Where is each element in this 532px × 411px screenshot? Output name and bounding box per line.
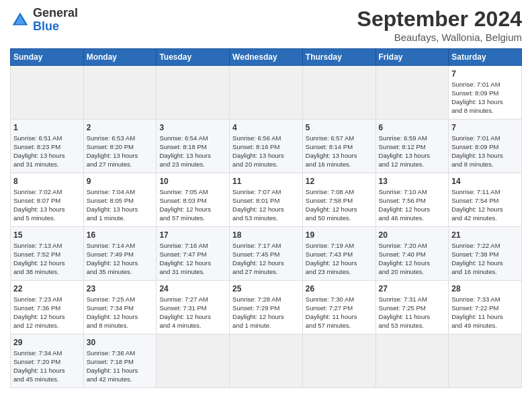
sunset: Sunset: 7:22 PM xyxy=(451,304,498,312)
location-subtitle: Beaufays, Wallonia, Belgium xyxy=(357,32,522,43)
cell-content: 6Sunrise: 6:59 AMSunset: 8:12 PMDaylight… xyxy=(379,122,446,169)
calendar-cell: 19Sunrise: 7:19 AMSunset: 7:43 PMDayligh… xyxy=(302,227,375,281)
header-day-friday: Friday xyxy=(375,49,449,66)
sunset: Sunset: 8:18 PM xyxy=(159,143,206,150)
day-number: 9 xyxy=(87,176,154,187)
calendar-week-row: 8Sunrise: 7:02 AMSunset: 8:07 PMDaylight… xyxy=(11,173,522,227)
sunrise: Sunrise: 6:57 AM xyxy=(306,134,354,142)
day-number: 21 xyxy=(451,230,519,240)
cell-content: 7Sunrise: 7:01 AMSunset: 8:09 PMDaylight… xyxy=(451,68,519,115)
sunrise: Sunrise: 7:10 AM xyxy=(379,188,427,195)
sunrise: Sunrise: 7:11 AM xyxy=(451,188,500,195)
calendar-cell: 10Sunrise: 7:05 AMSunset: 8:03 PMDayligh… xyxy=(157,173,230,227)
daylight: Daylight: 11 hoursand 57 minutes. xyxy=(306,313,357,329)
header-day-saturday: Saturday xyxy=(449,49,522,66)
calendar-cell: 1Sunrise: 6:51 AMSunset: 8:23 PMDaylight… xyxy=(11,120,84,173)
day-number: 26 xyxy=(306,283,373,294)
calendar-cell: 4Sunrise: 6:56 AMSunset: 8:16 PMDaylight… xyxy=(230,120,303,173)
calendar-cell: 15Sunrise: 7:13 AMSunset: 7:52 PMDayligh… xyxy=(11,227,84,281)
sunrise: Sunrise: 7:34 AM xyxy=(13,349,62,357)
calendar-week-row: 7Sunrise: 7:01 AMSunset: 8:09 PMDaylight… xyxy=(11,66,522,120)
daylight: Daylight: 13 hoursand 5 minutes. xyxy=(13,205,65,222)
cell-content: 18Sunrise: 7:17 AMSunset: 7:45 PMDayligh… xyxy=(232,230,300,276)
logo: General Blue xyxy=(10,7,78,34)
day-number: 10 xyxy=(159,176,226,187)
cell-content: 3Sunrise: 6:54 AMSunset: 8:18 PMDaylight… xyxy=(159,122,226,169)
day-number: 8 xyxy=(13,176,81,187)
cell-content: 9Sunrise: 7:04 AMSunset: 8:05 PMDaylight… xyxy=(87,176,154,222)
sunrise: Sunrise: 7:05 AM xyxy=(159,188,208,195)
sunset: Sunset: 7:45 PM xyxy=(232,250,279,258)
calendar-cell: 6Sunrise: 6:59 AMSunset: 8:12 PMDaylight… xyxy=(375,120,449,173)
sunrise: Sunrise: 7:08 AM xyxy=(306,188,354,195)
calendar-week-row: 22Sunrise: 7:23 AMSunset: 7:36 PMDayligh… xyxy=(11,281,522,334)
logo-icon xyxy=(10,10,30,30)
sunrise: Sunrise: 7:02 AM xyxy=(13,188,62,195)
sunset: Sunset: 8:14 PM xyxy=(306,143,353,150)
daylight: Daylight: 13 hoursand 12 minutes. xyxy=(379,152,431,168)
day-number: 1 xyxy=(13,122,81,133)
sunrise: Sunrise: 7:17 AM xyxy=(232,242,281,249)
calendar-week-row: 15Sunrise: 7:13 AMSunset: 7:52 PMDayligh… xyxy=(11,227,522,281)
sunrise: Sunrise: 7:33 AM xyxy=(451,295,500,303)
day-number: 3 xyxy=(159,122,226,133)
daylight: Daylight: 12 hoursand 53 minutes. xyxy=(232,205,284,222)
sunset: Sunset: 7:40 PM xyxy=(379,250,426,258)
sunrise: Sunrise: 7:27 AM xyxy=(159,295,208,303)
calendar-cell: 13Sunrise: 7:10 AMSunset: 7:56 PMDayligh… xyxy=(375,173,449,227)
cell-content: 5Sunrise: 6:57 AMSunset: 8:14 PMDaylight… xyxy=(306,122,373,169)
main-container: General Blue September 2024 Beaufays, Wa… xyxy=(0,0,532,395)
calendar-cell: 17Sunrise: 7:16 AMSunset: 7:47 PMDayligh… xyxy=(157,227,230,281)
sunset: Sunset: 8:23 PM xyxy=(13,143,60,150)
header-day-thursday: Thursday xyxy=(302,49,375,66)
sunrise: Sunrise: 7:31 AM xyxy=(379,295,427,303)
daylight: Daylight: 13 hoursand 1 minute. xyxy=(87,205,138,222)
sunset: Sunset: 7:52 PM xyxy=(13,250,60,258)
sunset: Sunset: 7:27 PM xyxy=(306,304,353,312)
cell-content: 26Sunrise: 7:30 AMSunset: 7:27 PMDayligh… xyxy=(306,283,373,330)
sunrise: Sunrise: 6:59 AM xyxy=(379,134,427,142)
calendar-cell: 25Sunrise: 7:28 AMSunset: 7:29 PMDayligh… xyxy=(230,281,303,334)
sunset: Sunset: 8:01 PM xyxy=(232,197,279,204)
cell-content: 14Sunrise: 7:11 AMSunset: 7:54 PMDayligh… xyxy=(451,176,519,222)
cell-content: 17Sunrise: 7:16 AMSunset: 7:47 PMDayligh… xyxy=(159,230,226,276)
sunset: Sunset: 7:20 PM xyxy=(13,358,60,365)
logo-blue: Blue xyxy=(33,19,59,33)
daylight: Daylight: 12 hoursand 38 minutes. xyxy=(13,259,65,275)
calendar-cell: 2Sunrise: 6:53 AMSunset: 8:20 PMDaylight… xyxy=(83,120,157,173)
cell-content: 27Sunrise: 7:31 AMSunset: 7:25 PMDayligh… xyxy=(379,283,446,330)
calendar-cell: 26Sunrise: 7:30 AMSunset: 7:27 PMDayligh… xyxy=(302,281,375,334)
day-number: 11 xyxy=(232,176,300,187)
day-number: 30 xyxy=(87,337,154,348)
sunset: Sunset: 7:38 PM xyxy=(451,250,498,258)
daylight: Daylight: 12 hoursand 57 minutes. xyxy=(159,205,211,222)
sunset: Sunset: 7:29 PM xyxy=(232,304,279,312)
calendar-cell: 18Sunrise: 7:17 AMSunset: 7:45 PMDayligh… xyxy=(230,227,303,281)
sunset: Sunset: 7:58 PM xyxy=(306,197,353,204)
daylight: Daylight: 12 hoursand 8 minutes. xyxy=(87,313,138,329)
header-day-monday: Monday xyxy=(83,49,157,66)
sunrise: Sunrise: 6:51 AM xyxy=(13,134,62,142)
calendar-cell: 11Sunrise: 7:07 AMSunset: 8:01 PMDayligh… xyxy=(230,173,303,227)
cell-content: 10Sunrise: 7:05 AMSunset: 8:03 PMDayligh… xyxy=(159,176,226,222)
calendar-cell: 27Sunrise: 7:31 AMSunset: 7:25 PMDayligh… xyxy=(375,281,449,334)
sunrise: Sunrise: 7:01 AM xyxy=(451,134,500,142)
daylight: Daylight: 13 hoursand 8 minutes. xyxy=(451,152,503,168)
header-day-sunday: Sunday xyxy=(11,49,84,66)
sunset: Sunset: 7:31 PM xyxy=(159,304,206,312)
calendar-cell xyxy=(230,334,303,388)
sunset: Sunset: 7:18 PM xyxy=(87,358,134,365)
sunset: Sunset: 8:09 PM xyxy=(451,89,498,97)
calendar-cell: 14Sunrise: 7:11 AMSunset: 7:54 PMDayligh… xyxy=(449,173,522,227)
daylight: Daylight: 13 hoursand 8 minutes. xyxy=(451,98,503,114)
cell-content: 1Sunrise: 6:51 AMSunset: 8:23 PMDaylight… xyxy=(13,122,81,169)
sunrise: Sunrise: 7:04 AM xyxy=(87,188,135,195)
sunset: Sunset: 7:43 PM xyxy=(306,250,353,258)
day-number: 7 xyxy=(451,68,519,79)
cell-content: 16Sunrise: 7:14 AMSunset: 7:49 PMDayligh… xyxy=(87,230,154,276)
sunset: Sunset: 7:34 PM xyxy=(87,304,134,312)
cell-content: 21Sunrise: 7:22 AMSunset: 7:38 PMDayligh… xyxy=(451,230,519,276)
calendar-cell: 30Sunrise: 7:36 AMSunset: 7:18 PMDayligh… xyxy=(83,334,157,388)
daylight: Daylight: 11 hoursand 53 minutes. xyxy=(379,313,431,329)
calendar-cell xyxy=(157,66,230,120)
